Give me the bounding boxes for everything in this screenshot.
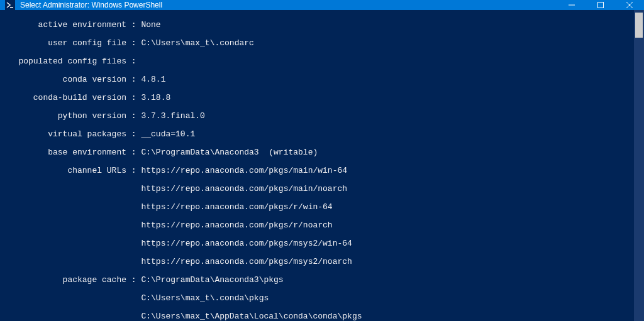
info-package-cache: package cache : C:\ProgramData\Anaconda3…	[4, 276, 630, 285]
info-python-version: python version : 3.7.3.final.0	[4, 112, 630, 121]
info-virtual-packages: virtual packages : __cuda=10.1	[4, 130, 630, 139]
info-conda-build-version: conda-build version : 3.18.8	[4, 94, 630, 103]
info-channel-urls-cont: https://repo.anaconda.com/pkgs/r/win-64	[4, 203, 630, 212]
scrollbar-thumb[interactable]	[635, 13, 643, 38]
scrollbar[interactable]	[634, 10, 644, 321]
info-channel-urls-cont: https://repo.anaconda.com/pkgs/msys2/win…	[4, 239, 630, 249]
maximize-button[interactable]	[586, 0, 615, 10]
close-button[interactable]	[615, 0, 644, 10]
info-user-config-file: user config file : C:\Users\max_t\.conda…	[4, 39, 630, 48]
info-conda-version: conda version : 4.8.1	[4, 75, 630, 85]
info-channel-urls-cont: https://repo.anaconda.com/pkgs/r/noarch	[4, 221, 630, 231]
info-channel-urls-cont: https://repo.anaconda.com/pkgs/main/noar…	[4, 185, 630, 194]
minimize-button[interactable]	[557, 0, 586, 10]
info-populated-config-files: populated config files :	[4, 57, 630, 67]
info-package-cache-cont: C:\Users\max_t\.conda\pkgs	[4, 294, 630, 303]
powershell-window: Select Administrator: Windows PowerShell…	[0, 0, 644, 321]
window-controls	[557, 0, 644, 10]
info-channel-urls-cont: https://repo.anaconda.com/pkgs/msys2/noa…	[4, 258, 630, 267]
info-base-environment: base environment : C:\ProgramData\Anacon…	[4, 148, 630, 158]
info-package-cache-cont: C:\Users\max_t\AppData\Local\conda\conda…	[4, 312, 630, 322]
info-channel-urls: channel URLs : https://repo.anaconda.com…	[4, 166, 630, 176]
info-active-environment: active environment : None	[4, 21, 630, 30]
titlebar[interactable]: Select Administrator: Windows PowerShell	[0, 0, 644, 10]
window-title: Select Administrator: Windows PowerShell	[19, 1, 557, 9]
svg-rect-3	[598, 3, 604, 8]
terminal-output[interactable]: active environment : None user config fi…	[0, 10, 634, 321]
powershell-icon	[5, 0, 15, 10]
